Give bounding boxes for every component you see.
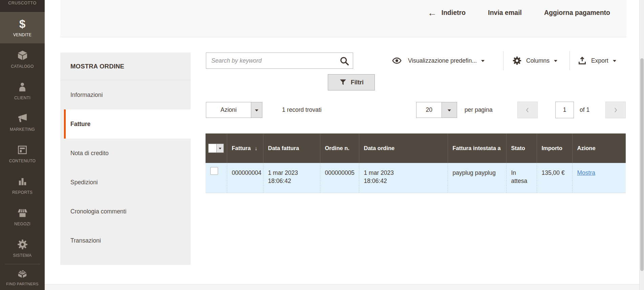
back-button[interactable]: ← Indietro — [428, 9, 466, 17]
columns-label: Columns — [526, 57, 550, 64]
order-number-cell: 000000005 — [320, 163, 359, 193]
update-payment-button[interactable]: Aggiorna pagamento — [544, 9, 610, 17]
sidebar-item-reports[interactable]: REPORTS — [0, 169, 45, 201]
megaphone-icon — [17, 113, 28, 124]
sidebar-item-cruscotto[interactable]: CRUSCOTTO — [0, 0, 45, 12]
column-header-fattura-intestata-a[interactable]: Fattura intestata a — [448, 133, 506, 163]
invoice-number-cell: 000000004 — [227, 163, 263, 193]
scrollbar-thumb[interactable] — [640, 58, 644, 271]
sidebar-item-label: CRUSCOTTO — [8, 1, 36, 5]
previous-page-button[interactable] — [517, 102, 538, 118]
order-nav-item-label: Cronologia commenti — [70, 208, 126, 215]
page-size-caret — [442, 102, 457, 118]
sidebar-item-label: CONTENUTO — [9, 159, 36, 163]
column-label: Stato — [511, 145, 525, 151]
next-page-button[interactable] — [605, 102, 626, 118]
column-header-data-fattura[interactable]: Data fattura — [263, 133, 320, 163]
sidebar-item-find-partners[interactable]: FIND PARTNERS — [0, 264, 45, 290]
search-input[interactable] — [206, 53, 353, 68]
column-label: Azione — [577, 145, 596, 151]
order-nav-title: MOSTRA ORDINE — [60, 53, 191, 80]
order-nav-items: Informazioni Fatture Nota di credito Spe… — [64, 80, 191, 255]
chevron-down-icon — [448, 109, 451, 111]
sidebar-item-clienti[interactable]: CLIENTI — [0, 75, 45, 106]
column-header-stato[interactable]: Stato — [506, 133, 537, 163]
sidebar-item-label: SISTEMA — [13, 253, 32, 258]
chevron-down-icon — [255, 109, 258, 111]
column-label: Fattura intestata a — [453, 145, 501, 151]
keyword-search-box — [206, 53, 353, 69]
column-header-fattura[interactable]: Fattura↓ — [227, 133, 263, 163]
order-nav-item-nota-di-credito[interactable]: Nota di credito — [64, 139, 191, 168]
export-button[interactable]: Export — [578, 53, 616, 69]
order-nav-item-transazioni[interactable]: Transazioni — [64, 226, 191, 255]
vertical-scrollbar[interactable] — [639, 0, 644, 290]
select-all-dropdown[interactable] — [208, 144, 224, 153]
order-date: 1 mar 2023 18:06:42 — [364, 169, 396, 185]
page-size-dropdown[interactable]: 20 — [416, 102, 457, 118]
table-row[interactable]: 000000004 1 mar 2023 18:06:42 000000005 … — [206, 163, 626, 193]
column-header-azione[interactable]: Azione — [572, 133, 626, 163]
sort-descending-icon: ↓ — [255, 145, 257, 151]
sidebar-item-sistema[interactable]: SISTEMA — [0, 232, 45, 264]
sidebar-item-vendite[interactable]: $ VENDITE — [0, 12, 45, 43]
dollar-icon: $ — [19, 18, 26, 30]
sidebar-item-catalogo[interactable]: CATALOGO — [0, 43, 45, 75]
actions-dropdown[interactable]: Azioni — [206, 102, 262, 118]
column-header-data-ordine[interactable]: Data ordine — [359, 133, 448, 163]
actions-dropdown-caret — [251, 102, 262, 118]
sidebar-item-label: CATALOGO — [11, 64, 34, 69]
toolbar-separator — [503, 51, 503, 70]
sidebar-item-contenuto[interactable]: CONTENUTO — [0, 138, 45, 169]
sidebar-item-marketing[interactable]: MARKETING — [0, 106, 45, 138]
order-view-nav: MOSTRA ORDINE Informazioni Fatture Nota … — [60, 53, 191, 265]
order-nav-item-spedizioni[interactable]: Spedizioni — [64, 168, 191, 197]
back-label: Indietro — [442, 9, 466, 17]
filter-funnel-icon — [339, 78, 347, 86]
column-label: Importo — [542, 145, 562, 151]
select-all-caret[interactable] — [216, 144, 223, 152]
filters-button[interactable]: Filtri — [328, 74, 375, 90]
sidebar-item-label: CLIENTI — [14, 96, 30, 100]
select-all-checkbox[interactable] — [209, 144, 216, 152]
column-header-importo[interactable]: Importo — [537, 133, 572, 163]
order-nav-item-label: Transazioni — [70, 237, 101, 244]
sidebar-item-label: REPORTS — [12, 190, 33, 195]
view-invoice-link[interactable]: Mostra — [577, 169, 595, 176]
sidebar-item-label: MARKETING — [10, 127, 35, 132]
columns-button[interactable]: Columns — [512, 53, 557, 69]
page-size-value: 20 — [416, 102, 442, 118]
column-label: Data fattura — [268, 145, 299, 151]
chevron-down-icon — [481, 60, 485, 62]
footer-strip — [45, 284, 639, 290]
column-header-ordine-n[interactable]: Ordine n. — [320, 133, 359, 163]
sidebar-item-negozi[interactable]: NEGOZI — [0, 201, 45, 232]
send-email-label: Invia email — [488, 9, 522, 17]
order-nav-item-fatture[interactable]: Fatture — [64, 109, 191, 139]
gear-icon — [512, 56, 522, 65]
chevron-down-icon — [554, 60, 557, 62]
chevron-right-icon — [611, 106, 620, 114]
status-cell: In attesa — [506, 163, 537, 193]
gear-icon — [17, 239, 28, 250]
records-count: 1 record trovati — [282, 102, 322, 118]
order-date-cell: 1 mar 2023 18:06:42 — [359, 163, 448, 193]
order-nav-item-label: Spedizioni — [70, 179, 98, 186]
bill-to-name-cell: payplug payplug — [448, 163, 506, 193]
current-page-input[interactable] — [555, 102, 574, 118]
export-label: Export — [591, 57, 608, 64]
admin-sidebar: CRUSCOTTO $ VENDITE CATALOGO CLIENTI — [0, 0, 45, 290]
order-nav-item-cronologia-commenti[interactable]: Cronologia commenti — [64, 197, 191, 226]
bar-chart-icon — [17, 176, 28, 187]
storefront-icon — [17, 207, 28, 219]
row-checkbox[interactable] — [210, 167, 218, 175]
order-nav-item-informazioni[interactable]: Informazioni — [64, 80, 191, 109]
box-icon — [17, 50, 28, 61]
view-selector-button[interactable]: Visualizzazione predefin... — [390, 53, 485, 69]
row-select-cell — [206, 163, 227, 193]
send-email-button[interactable]: Invia email — [488, 9, 522, 17]
search-icon[interactable] — [339, 56, 349, 66]
total-pages-label: of 1 — [580, 102, 589, 118]
table-header-row: Fattura↓ Data fattura Ordine n. Data ord… — [206, 133, 626, 163]
order-nav-item-label: Informazioni — [70, 91, 103, 99]
